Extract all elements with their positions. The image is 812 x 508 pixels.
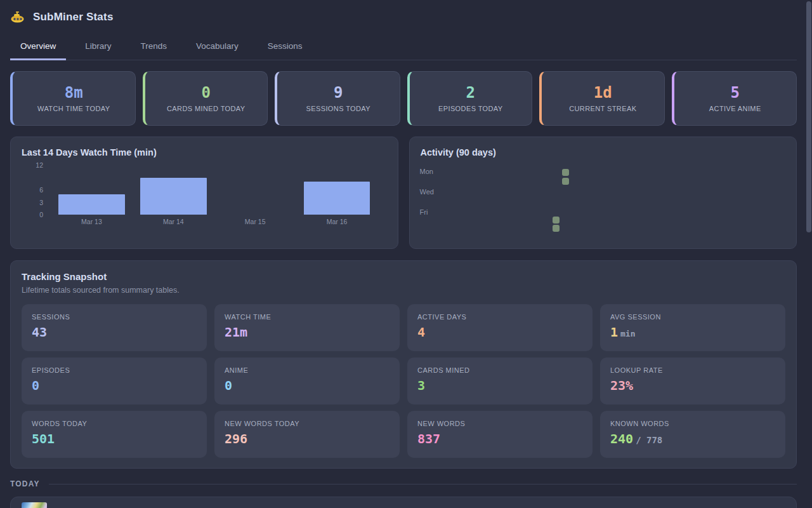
snapshot-tile-label: AVG SESSION (610, 313, 775, 321)
watch-time-chart-title: Last 14 Days Watch Time (min) (22, 147, 387, 157)
snapshot-tile: WORDS TODAY 501 (22, 411, 207, 458)
watch-time-bar (304, 182, 370, 215)
snapshot-tile: ACTIVE DAYS 4 (407, 304, 593, 351)
stat-card-row: 8m WATCH TIME TODAY 0 CARDS MINED TODAY … (10, 71, 797, 126)
stat-card-label: CURRENT STREAK (569, 105, 636, 112)
stat-card-value: 1d (594, 85, 612, 100)
watch-time-bar-chart: 03612Mar 13Mar 14Mar 15Mar 16 (51, 164, 383, 229)
today-session-panel (10, 497, 797, 508)
watch-time-bar (140, 178, 206, 215)
tab-bar: OverviewLibraryTrendsVocabularySessions (10, 36, 797, 60)
snapshot-tile: NEW WORDS TODAY 296 (214, 411, 400, 458)
snapshot-tile-value: 21m (225, 326, 247, 338)
stat-card-label: SESSIONS TODAY (306, 105, 370, 112)
snapshot-tile-value: 501 (32, 432, 55, 445)
stat-card-label: WATCH TIME TODAY (37, 105, 110, 112)
snapshot-tile-suffix: min (620, 330, 635, 338)
episode-thumbnail (22, 502, 47, 508)
y-axis-tick-label: 3 (22, 199, 43, 206)
stat-card-value: 0 (202, 85, 211, 100)
snapshot-tile-value: 3 (417, 379, 425, 392)
activity-heatmap-title: Activity (90 days) (421, 147, 786, 157)
stat-card-value: 2 (466, 85, 475, 100)
tab[interactable]: Trends (131, 36, 178, 60)
snapshot-tile-value: 4 (417, 326, 425, 338)
tracking-snapshot-title: Tracking Snapshot (22, 271, 785, 282)
snapshot-tile-secondary: / 778 (636, 436, 662, 444)
stat-card: 1d CURRENT STREAK (539, 71, 665, 126)
snapshot-tile-value: 43 (32, 326, 47, 338)
snapshot-tile: AVG SESSION 1 min (600, 304, 785, 351)
snapshot-tile-value: 23% (610, 379, 633, 392)
snapshot-tile: SESSIONS 43 (22, 304, 207, 351)
snapshot-tile-value: 296 (225, 432, 247, 445)
stat-card: 8m WATCH TIME TODAY (10, 71, 136, 126)
tab[interactable]: Library (75, 36, 121, 60)
heatmap-active-cell (562, 169, 569, 176)
heatmap-day-label: Wed (420, 188, 434, 196)
x-axis-tick-label: Mar 16 (296, 218, 378, 225)
snapshot-tile-label: ACTIVE DAYS (417, 313, 582, 321)
tracking-snapshot-subtitle: Lifetime totals sourced from summary tab… (22, 286, 785, 295)
stat-card-label: CARDS MINED TODAY (167, 105, 246, 112)
tab[interactable]: Sessions (258, 36, 313, 60)
stat-card-value: 8m (65, 85, 83, 100)
tab[interactable]: Overview (10, 36, 66, 60)
snapshot-tile-label: CARDS MINED (417, 366, 582, 374)
app-title: SubMiner Stats (33, 11, 114, 23)
tab[interactable]: Vocabulary (186, 36, 249, 60)
snapshot-tile: CARDS MINED 3 (407, 358, 593, 404)
snapshot-tile: ANIME 0 (214, 358, 400, 404)
snapshot-tile-value: 837 (417, 432, 440, 445)
y-axis-tick-label: 12 (22, 161, 43, 169)
stat-card: 0 CARDS MINED TODAY (143, 71, 268, 126)
x-axis-tick-label: Mar 14 (133, 218, 214, 225)
heatmap-day-label: Fri (420, 208, 428, 216)
submarine-icon (10, 11, 25, 23)
snapshot-tile-label: WORDS TODAY (32, 420, 197, 427)
snapshot-tile-label: NEW WORDS (417, 420, 582, 427)
heatmap-active-cell (553, 217, 560, 224)
tracking-snapshot-panel: Tracking Snapshot Lifetime totals source… (10, 260, 797, 469)
snapshot-tile-label: KNOWN WORDS (610, 420, 775, 427)
stat-card-label: ACTIVE ANIME (709, 105, 761, 112)
x-axis-tick-label: Mar 15 (214, 218, 296, 225)
stat-card: 5 ACTIVE ANIME (672, 71, 797, 126)
heatmap-active-cell (562, 178, 569, 185)
snapshot-tile: WATCH TIME 21m (214, 304, 400, 351)
snapshot-tile-label: SESSIONS (32, 313, 197, 321)
snapshot-tile-label: EPISODES (32, 366, 197, 374)
stat-card: 9 SESSIONS TODAY (275, 71, 400, 126)
snapshot-tile-value: 0 (32, 379, 39, 392)
watch-time-bar (58, 194, 124, 215)
stat-card-value: 9 (334, 85, 343, 100)
snapshot-tile-label: WATCH TIME (225, 313, 390, 321)
stat-card-value: 5 (731, 85, 740, 100)
snapshot-tile-value: 0 (225, 379, 232, 392)
snapshot-tile-label: NEW WORDS TODAY (225, 420, 390, 427)
y-axis-tick-label: 0 (22, 211, 43, 218)
snapshot-tile-value: 1 (610, 326, 618, 338)
snapshot-tile-grid: SESSIONS 43 WATCH TIME 21m ACTIVE DAYS (22, 304, 785, 458)
snapshot-tile: LOOKUP RATE 23% (600, 358, 785, 404)
snapshot-tile: EPISODES 0 (22, 358, 207, 404)
today-divider (49, 484, 797, 485)
activity-panel: Activity (90 days) MonWedFri (409, 137, 797, 249)
y-axis-tick-label: 6 (22, 186, 43, 194)
snapshot-tile-label: ANIME (225, 366, 390, 374)
heatmap-day-label: Mon (420, 168, 433, 175)
heatmap-active-cell (553, 225, 560, 232)
snapshot-tile-value: 240 (610, 432, 633, 445)
x-axis-tick-label: Mar 13 (51, 218, 133, 225)
today-section-label: TODAY (10, 479, 40, 488)
app-header: SubMiner Stats (10, 9, 797, 25)
vertical-scrollbar-thumb[interactable] (806, 1, 811, 232)
stat-card-label: EPISODES TODAY (438, 105, 503, 112)
snapshot-tile: KNOWN WORDS 240 / 778 (600, 411, 785, 458)
watch-time-panel: Last 14 Days Watch Time (min) 03612Mar 1… (10, 137, 398, 249)
snapshot-tile-label: LOOKUP RATE (610, 366, 775, 374)
snapshot-tile: NEW WORDS 837 (407, 411, 593, 458)
stat-card: 2 EPISODES TODAY (407, 71, 533, 126)
